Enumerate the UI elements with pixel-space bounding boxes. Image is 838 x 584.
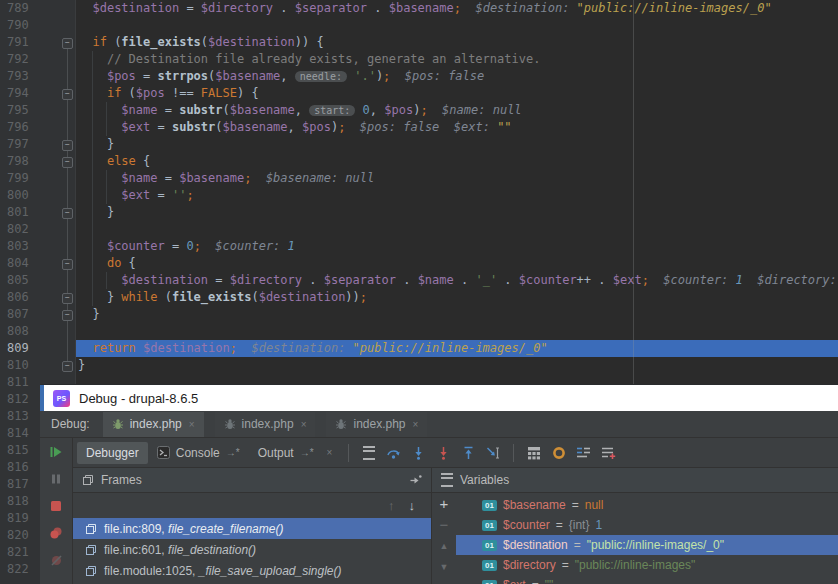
fold-open-icon[interactable]: − bbox=[62, 38, 73, 49]
gutter-line-number[interactable]: 808 bbox=[0, 323, 75, 340]
session-tab-3[interactable]: index.php × bbox=[326, 412, 427, 437]
stop-icon[interactable] bbox=[48, 498, 64, 514]
gutter-line-number[interactable]: 794− bbox=[0, 85, 75, 102]
code-line[interactable]: } bbox=[76, 306, 838, 323]
variable-row[interactable]: 01 $directory = "public://inline-images" bbox=[456, 555, 838, 575]
gutter-line-number[interactable]: 807− bbox=[0, 306, 75, 323]
gutter-line-number[interactable]: 792 bbox=[0, 51, 75, 68]
code-line[interactable]: else { bbox=[76, 153, 838, 170]
step-out-icon[interactable] bbox=[456, 442, 481, 464]
debug-titlebar[interactable]: PS Debug - drupal-8.6.5 bbox=[40, 385, 838, 411]
code-line[interactable]: $name = substr($basename, start: 0, $pos… bbox=[76, 102, 838, 119]
frame-row[interactable]: file.module:1025, _file_save_upload_sing… bbox=[73, 560, 431, 581]
frame-row[interactable]: file.inc:809, file_create_filename() bbox=[73, 518, 431, 539]
tab-output[interactable]: Output →* × bbox=[249, 442, 342, 464]
variable-row[interactable]: 01 $ext = "" bbox=[456, 575, 838, 584]
fold-end-icon[interactable]: − bbox=[62, 310, 73, 321]
code-line[interactable]: do { bbox=[76, 255, 838, 272]
gutter-line-number[interactable]: 799 bbox=[0, 170, 75, 187]
variable-row[interactable]: 01 $destination = "public://inline-image… bbox=[456, 535, 838, 555]
fold-end-icon[interactable]: − bbox=[62, 140, 73, 151]
gutter-line-number[interactable]: 802 bbox=[0, 221, 75, 238]
view-breakpoints-icon[interactable] bbox=[48, 525, 64, 541]
fold-end-icon[interactable]: − bbox=[62, 208, 73, 219]
force-step-into-icon[interactable] bbox=[431, 442, 456, 464]
code-line[interactable]: $ext = substr($basename, $pos); $pos: fa… bbox=[76, 119, 838, 136]
evaluate-expression-icon[interactable] bbox=[521, 442, 546, 464]
gutter-line-number[interactable]: 790 bbox=[0, 17, 75, 34]
code-line[interactable]: } bbox=[76, 357, 838, 374]
rerun-icon[interactable] bbox=[48, 444, 64, 460]
code-line[interactable]: } bbox=[76, 204, 838, 221]
show-execution-point-icon[interactable] bbox=[356, 442, 381, 464]
show-values-inline-icon[interactable] bbox=[571, 442, 596, 464]
inline-debugger-hint: $counter: bbox=[201, 239, 288, 253]
code-line[interactable]: // Destination file already exists, gene… bbox=[76, 51, 838, 68]
fold-open-icon[interactable]: − bbox=[62, 157, 73, 168]
step-into-icon[interactable] bbox=[406, 442, 431, 464]
code-line[interactable]: } bbox=[76, 136, 838, 153]
code-line[interactable] bbox=[76, 323, 838, 340]
gutter-line-number[interactable]: 793 bbox=[0, 68, 75, 85]
next-frame-icon[interactable]: ↓ bbox=[409, 498, 416, 513]
code-line[interactable]: $pos = strrpos($basename, needle: '.'); … bbox=[76, 68, 838, 85]
code-line[interactable]: if (file_exists($destination)) { bbox=[76, 34, 838, 51]
gutter-line-number[interactable]: 798− bbox=[0, 153, 75, 170]
code-line[interactable]: $ext = ''; bbox=[76, 187, 838, 204]
step-over-icon[interactable] bbox=[381, 442, 406, 464]
layout-options-icon[interactable] bbox=[441, 473, 453, 487]
code-line[interactable]: $destination = $directory . $separator .… bbox=[76, 0, 838, 17]
variable-row[interactable]: 01 $counter = {int} 1 bbox=[456, 515, 838, 535]
pause-icon[interactable] bbox=[48, 471, 64, 487]
code-line[interactable]: $destination = $directory . $separator .… bbox=[76, 272, 838, 289]
gutter-line-number[interactable]: 800 bbox=[0, 187, 75, 204]
equals-sign: = bbox=[532, 578, 539, 584]
mute-breakpoints-icon[interactable] bbox=[48, 552, 64, 568]
gutter-line-number[interactable]: 795 bbox=[0, 102, 75, 119]
code-line[interactable] bbox=[76, 17, 838, 34]
fold-open-icon[interactable]: − bbox=[62, 89, 73, 100]
gutter-line-number[interactable]: 805 bbox=[0, 272, 75, 289]
gutter-line-number[interactable]: 806− bbox=[0, 289, 75, 306]
tab-debugger[interactable]: Debugger bbox=[77, 442, 148, 464]
variable-row[interactable]: 01 $basename = null bbox=[456, 495, 838, 515]
code-token: = bbox=[157, 171, 179, 185]
code-line[interactable]: $counter = 0; $counter: 1 bbox=[76, 238, 838, 255]
code-line[interactable]: if ($pos !== FALSE) { bbox=[76, 85, 838, 102]
close-icon[interactable]: × bbox=[327, 447, 333, 458]
code-line[interactable]: } while (file_exists($destination)); bbox=[76, 289, 838, 306]
code-line[interactable]: $name = $basename; $basename: null bbox=[76, 170, 838, 187]
add-to-watches-icon[interactable] bbox=[596, 442, 621, 464]
pin-panel-icon[interactable] bbox=[409, 474, 422, 486]
move-watch-up-icon[interactable]: ▲ bbox=[440, 540, 449, 552]
gutter-line-number[interactable]: 796 bbox=[0, 119, 75, 136]
gutter-line-number[interactable]: 789 bbox=[0, 0, 75, 17]
previous-frame-icon[interactable]: ↑ bbox=[388, 498, 395, 513]
move-watch-down-icon[interactable]: ▼ bbox=[440, 561, 449, 573]
break-at-first-line-icon[interactable] bbox=[546, 442, 571, 464]
session-tab-1[interactable]: index.php × bbox=[103, 412, 204, 437]
gutter-line-number[interactable]: 804− bbox=[0, 255, 75, 272]
tab-console[interactable]: Console →* bbox=[148, 442, 249, 464]
variable-name: $counter bbox=[503, 518, 550, 532]
session-tab-2[interactable]: index.php × bbox=[215, 412, 316, 437]
gutter-line-number[interactable]: 809 bbox=[0, 340, 75, 357]
fold-end-icon[interactable]: − bbox=[62, 293, 73, 304]
gutter-line-number[interactable]: 791− bbox=[0, 34, 75, 51]
code-token: = bbox=[157, 103, 179, 117]
close-icon[interactable]: × bbox=[189, 419, 195, 430]
fold-end-icon[interactable]: − bbox=[62, 361, 73, 372]
add-watch-icon[interactable]: + bbox=[440, 498, 449, 510]
frame-row[interactable]: file.inc:601, file_destination() bbox=[73, 539, 431, 560]
gutter-line-number[interactable]: 801− bbox=[0, 204, 75, 221]
execution-point-line[interactable]: return $destination; $destination: "publ… bbox=[76, 340, 838, 357]
remove-watch-icon[interactable]: − bbox=[440, 519, 449, 531]
fold-open-icon[interactable]: − bbox=[62, 259, 73, 270]
code-line[interactable] bbox=[76, 221, 838, 238]
gutter-line-number[interactable]: 797− bbox=[0, 136, 75, 153]
close-icon[interactable]: × bbox=[413, 419, 419, 430]
close-icon[interactable]: × bbox=[301, 419, 307, 430]
run-to-cursor-icon[interactable] bbox=[481, 442, 506, 464]
gutter-line-number[interactable]: 803 bbox=[0, 238, 75, 255]
gutter-line-number[interactable]: 810− bbox=[0, 357, 75, 374]
